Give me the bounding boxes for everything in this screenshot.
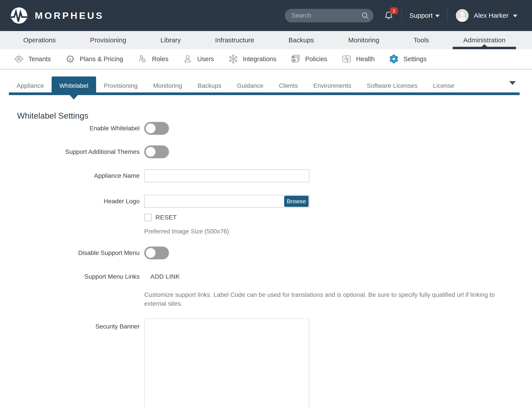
notifications-button[interactable]: 2 [384,10,394,21]
subnav-integrations[interactable]: Integrations [228,54,276,64]
enable-whitelabel-row: Enable Whitelabel [17,122,532,135]
appliance-name-label: Appliance Name [17,172,139,179]
search-input[interactable] [285,12,385,19]
header-logo-row: Header Logo Browse [17,195,532,208]
main-nav-label: Operations [23,36,56,44]
page-title: Whitelabel Settings [17,111,532,121]
enable-whitelabel-label: Enable Whitelabel [17,125,139,132]
add-link-button[interactable]: ADD LINK [150,273,180,280]
subnav-label: Plans & Pricing [80,55,123,63]
subnav-label: Roles [152,55,168,63]
subnav-users[interactable]: Users [182,54,214,64]
tab-label: Provisioning [104,82,138,89]
plans-pricing-icon: $ [65,54,75,64]
support-additional-themes-toggle[interactable] [144,145,169,158]
brand-name: MORPHEUS [35,10,104,21]
subnav-roles[interactable]: Roles [137,54,168,64]
main-nav-infrastructure[interactable]: Infrastructure [208,31,261,49]
tab-guidance[interactable]: Guidance [229,77,271,95]
enable-whitelabel-toggle[interactable] [144,122,169,135]
disable-support-menu-toggle[interactable] [144,247,169,259]
tab-label: Software Licenses [367,82,418,89]
tab-label: Environments [313,82,351,89]
tab-clients[interactable]: Clients [271,77,306,95]
tab-provisioning[interactable]: Provisioning [96,77,145,95]
whitelabel-settings-panel: Whitelabel Settings Enable Whitelabel Su… [0,111,532,407]
appliance-name-input[interactable] [144,169,309,182]
support-label: Support [409,12,433,19]
active-nav-notch [481,44,487,47]
main-nav-label: Tools [413,36,429,44]
tab-monitoring[interactable]: Monitoring [145,77,190,95]
tab-label: License [433,82,455,89]
main-nav-label: Monitoring [348,36,379,44]
security-banner-textarea[interactable] [144,319,309,407]
search-box[interactable] [285,9,373,22]
tab-whitelabel[interactable]: Whitelabel [52,77,96,95]
subnav-policies[interactable]: Policies [291,54,327,64]
tab-label: Whitelabel [59,82,88,89]
main-nav-operations[interactable]: Operations [17,31,62,49]
active-nav-underline [453,47,516,49]
subnav-plans-pricing[interactable]: $ Plans & Pricing [65,54,123,64]
main-nav-label: Provisioning [90,36,126,44]
security-banner-label: Security Banner [17,319,139,330]
toggle-knob [145,146,156,158]
support-menu-links-row: Support Menu Links ADD LINK [17,273,532,280]
whitelabel-form: Enable Whitelabel Support Additional The… [17,122,532,407]
subnav-label: Tenants [28,55,51,63]
notification-badge: 2 [390,7,398,14]
settings-tabs: Appliance Whitelabel Provisioning Monito… [0,70,532,99]
image-size-helper-row: Preferred Image Size (500x76) [17,228,532,235]
security-banner-row: Security Banner [17,319,532,407]
integrations-icon [228,54,238,64]
browse-button[interactable]: Browse [284,196,309,207]
policies-icon [291,54,301,64]
brand[interactable]: MORPHEUS [10,7,104,24]
subnav-tenants[interactable]: Tenants [14,54,51,64]
main-nav-backups[interactable]: Backups [282,31,320,49]
morpheus-logo-icon [10,7,28,24]
settings-gear-icon [389,54,399,64]
toggle-knob [145,123,156,134]
tab-environments[interactable]: Environments [306,77,359,95]
appliance-name-row: Appliance Name [17,169,532,182]
subnav-label: Integrations [243,55,276,63]
tab-label: Clients [279,82,298,89]
tab-backups[interactable]: Backups [190,77,229,95]
main-nav-tools[interactable]: Tools [407,31,436,49]
main-nav-provisioning[interactable]: Provisioning [83,31,133,49]
more-tabs-caret-icon[interactable] [509,81,516,85]
tab-label: Appliance [17,82,44,89]
header-logo-label: Header Logo [17,198,139,205]
support-links-description-row: Customize support links. Label Code can … [17,290,532,308]
search-icon [361,12,369,20]
support-menu[interactable]: Support [409,12,440,19]
avatar [455,8,469,23]
tab-license[interactable]: License [425,77,462,95]
user-name: Alex Harker [474,12,509,19]
main-nav-library[interactable]: Library [154,31,188,49]
support-menu-links-label: Support Menu Links [17,273,139,280]
subnav-health[interactable]: Health [342,54,375,64]
reset-row: RESET [17,214,532,221]
main-nav-administration[interactable]: Administration [457,31,512,49]
subnav-label: Settings [403,55,426,63]
chevron-down-icon [513,15,517,17]
svg-text:$: $ [69,57,71,62]
support-additional-themes-label: Support Additional Themes [17,148,139,155]
admin-subnav: Tenants $ Plans & Pricing Roles [0,49,532,70]
user-menu[interactable]: Alex Harker [455,8,517,23]
support-links-description: Customize support links. Label Code can … [144,290,516,308]
tab-software-licenses[interactable]: Software Licenses [359,77,425,95]
main-nav-label: Infrastructure [215,36,254,44]
subnav-settings[interactable]: Settings [389,54,426,64]
image-size-helper: Preferred Image Size (500x76) [144,228,229,235]
tab-label: Backups [198,82,221,89]
reset-checkbox[interactable] [144,214,152,221]
main-nav-monitoring[interactable]: Monitoring [342,31,386,49]
page: MORPHEUS 2 Support [0,0,532,407]
tab-appliance[interactable]: Appliance [9,77,52,95]
toggle-knob [145,247,156,259]
active-tab-notch [70,95,78,100]
